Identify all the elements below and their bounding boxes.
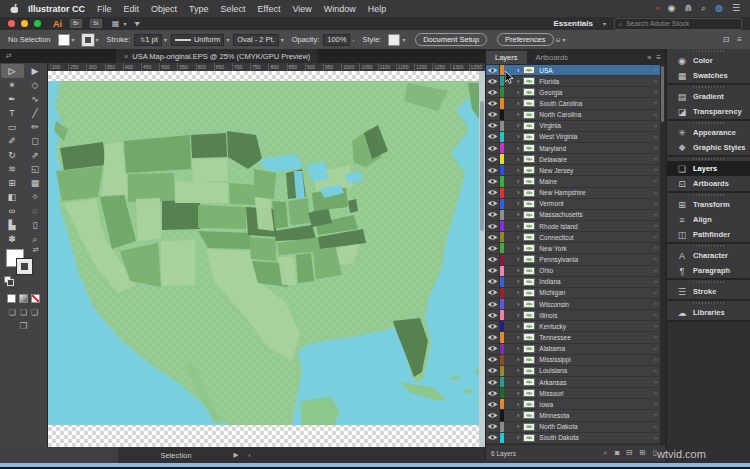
layer-row[interactable]: › Pennsylvania ○ bbox=[486, 254, 665, 265]
dock-item-appearance[interactable]: ✳Appearance bbox=[667, 125, 750, 140]
layer-row[interactable]: › New Hampshire ○ bbox=[486, 188, 665, 199]
menu-object[interactable]: Object bbox=[151, 4, 177, 14]
selection-tool[interactable]: ▷ bbox=[1, 64, 24, 78]
disclosure-triangle-icon[interactable]: › bbox=[517, 289, 519, 296]
layer-name[interactable]: Georgia bbox=[539, 89, 562, 96]
visibility-eye-icon[interactable] bbox=[486, 433, 500, 443]
visibility-eye-icon[interactable] bbox=[486, 422, 500, 432]
layer-row[interactable]: › Mississippi ○ bbox=[486, 355, 665, 366]
target-circle-icon[interactable]: ○ bbox=[653, 112, 657, 118]
color-button[interactable] bbox=[7, 294, 16, 303]
usa-map-artwork[interactable] bbox=[48, 71, 485, 447]
visibility-eye-icon[interactable] bbox=[486, 399, 500, 409]
layer-name[interactable]: Arkansas bbox=[539, 379, 566, 386]
visibility-eye-icon[interactable] bbox=[486, 355, 500, 365]
layer-name[interactable]: South Dakota bbox=[539, 434, 578, 441]
symbol-sprayer-tool[interactable]: ◌ bbox=[24, 204, 47, 218]
layer-name[interactable]: New York bbox=[539, 245, 566, 252]
minimize-window-button[interactable] bbox=[21, 20, 28, 27]
target-circle-icon[interactable]: ○ bbox=[653, 290, 657, 296]
layer-name[interactable]: Virginia bbox=[539, 122, 561, 129]
menu-effect[interactable]: Effect bbox=[258, 4, 281, 14]
opacity-more-icon[interactable]: › bbox=[352, 37, 354, 43]
disclosure-triangle-icon[interactable]: › bbox=[517, 100, 519, 107]
visibility-eye-icon[interactable] bbox=[486, 110, 500, 120]
visibility-eye-icon[interactable] bbox=[486, 266, 500, 276]
visibility-eye-icon[interactable] bbox=[486, 165, 500, 175]
target-circle-icon[interactable]: ○ bbox=[653, 256, 657, 262]
layer-row[interactable]: › Michigan ○ bbox=[486, 288, 665, 299]
layer-name[interactable]: Michigan bbox=[539, 289, 565, 296]
layer-row[interactable]: › New Jersey ○ bbox=[486, 165, 665, 176]
disclosure-triangle-icon[interactable]: › bbox=[517, 267, 519, 274]
disclosure-triangle-icon[interactable]: › bbox=[517, 345, 519, 352]
visibility-eye-icon[interactable] bbox=[486, 321, 500, 331]
layer-thumbnail[interactable] bbox=[523, 345, 535, 353]
layer-thumbnail[interactable] bbox=[523, 289, 535, 297]
close-document-icon[interactable]: × bbox=[124, 52, 128, 61]
layer-name[interactable]: Mississippi bbox=[539, 356, 570, 363]
shaper-tool[interactable]: ✐ bbox=[1, 134, 24, 148]
disclosure-triangle-icon[interactable]: › bbox=[517, 434, 519, 441]
visibility-eye-icon[interactable] bbox=[486, 65, 500, 75]
eyedropper-tool[interactable]: ✧ bbox=[24, 190, 47, 204]
fill-swatch[interactable] bbox=[58, 34, 70, 46]
disclosure-triangle-icon[interactable]: › bbox=[517, 145, 519, 152]
visibility-eye-icon[interactable] bbox=[486, 377, 500, 387]
disclosure-triangle-icon[interactable]: › bbox=[517, 234, 519, 241]
layer-name[interactable]: Indiana bbox=[539, 278, 560, 285]
visibility-eye-icon[interactable] bbox=[486, 176, 500, 186]
perspective-grid-tool[interactable]: ⊞ bbox=[1, 176, 24, 190]
dock-item-color[interactable]: ◉Color bbox=[667, 53, 750, 68]
layer-thumbnail[interactable] bbox=[523, 177, 535, 185]
layer-thumbnail[interactable] bbox=[523, 400, 535, 408]
target-circle-icon[interactable]: ○ bbox=[653, 323, 657, 329]
layer-row[interactable]: › Vermont ○ bbox=[486, 199, 665, 210]
layer-thumbnail[interactable] bbox=[523, 66, 535, 74]
target-circle-icon[interactable]: ○ bbox=[653, 424, 657, 430]
visibility-eye-icon[interactable] bbox=[486, 344, 500, 354]
target-circle-icon[interactable]: ○ bbox=[653, 100, 657, 106]
disclosure-triangle-icon[interactable]: › bbox=[517, 334, 519, 341]
blend-tool[interactable]: ∞ bbox=[1, 204, 24, 218]
layer-row[interactable]: › New York ○ bbox=[486, 243, 665, 254]
layer-name[interactable]: Massachusetts bbox=[539, 211, 582, 218]
visibility-eye-icon[interactable] bbox=[486, 76, 500, 86]
target-circle-icon[interactable]: ○ bbox=[653, 435, 657, 441]
disclosure-triangle-icon[interactable]: › bbox=[517, 156, 519, 163]
scale-tool[interactable]: ⇗ bbox=[24, 148, 47, 162]
disclosure-triangle-icon[interactable]: › bbox=[517, 367, 519, 374]
visibility-eye-icon[interactable] bbox=[486, 232, 500, 242]
zoom-window-button[interactable] bbox=[34, 20, 41, 27]
layer-name[interactable]: New Hampshire bbox=[539, 189, 585, 196]
layer-thumbnail[interactable] bbox=[523, 133, 535, 141]
notification-center-icon[interactable]: ☰ bbox=[732, 0, 740, 17]
layer-thumbnail[interactable] bbox=[523, 122, 535, 130]
layer-name[interactable]: Maryland bbox=[539, 145, 566, 152]
layer-thumbnail[interactable] bbox=[523, 267, 535, 275]
visibility-eye-icon[interactable] bbox=[486, 388, 500, 398]
disclosure-triangle-icon[interactable]: › bbox=[517, 200, 519, 207]
disclosure-triangle-icon[interactable]: › bbox=[517, 89, 519, 96]
visibility-eye-icon[interactable] bbox=[486, 221, 500, 231]
layer-row[interactable]: › Virginia ○ bbox=[486, 121, 665, 132]
target-circle-icon[interactable]: ○ bbox=[653, 245, 657, 251]
curvature-tool[interactable]: ∿ bbox=[24, 92, 47, 106]
magic-wand-tool[interactable]: ✶ bbox=[1, 78, 24, 92]
dock-item-paragraph[interactable]: ¶Paragraph bbox=[667, 263, 750, 278]
layer-name[interactable]: USA bbox=[539, 67, 552, 74]
layer-row[interactable]: › Minnesota ○ bbox=[486, 410, 665, 421]
target-circle-icon[interactable]: ○ bbox=[653, 346, 657, 352]
layer-name[interactable]: Louisiana bbox=[539, 367, 567, 374]
layer-name[interactable]: Iowa bbox=[539, 401, 553, 408]
style-swatch[interactable] bbox=[388, 34, 400, 46]
target-circle-icon[interactable]: ○ bbox=[653, 301, 657, 307]
layer-row[interactable]: › Iowa ○ bbox=[486, 399, 665, 410]
style-chevron-icon[interactable]: ▾ bbox=[402, 36, 405, 43]
type-tool[interactable]: T bbox=[1, 106, 24, 120]
dock-item-artboards[interactable]: ⊡Artboards bbox=[667, 176, 750, 191]
layer-name[interactable]: Missouri bbox=[539, 390, 563, 397]
menu-file[interactable]: File bbox=[97, 4, 112, 14]
dock-item-swatches[interactable]: ▦Swatches bbox=[667, 68, 750, 83]
menu-type[interactable]: Type bbox=[189, 4, 209, 14]
